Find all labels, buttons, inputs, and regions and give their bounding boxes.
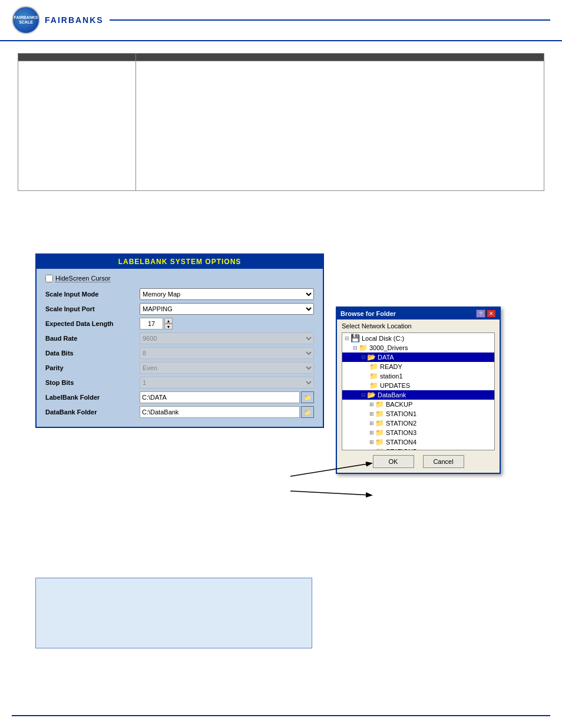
folder-open-icon: 📂	[367, 353, 376, 361]
system-options-dialog: LABELBANK SYSTEM OPTIONS HideScreen Curs…	[35, 253, 324, 428]
expand-icon: ⊟	[353, 345, 358, 351]
parity-label: Parity	[45, 364, 140, 371]
table-col2-body	[136, 61, 544, 190]
expand-icon: ⊞	[369, 411, 374, 417]
stop-bits-label: Stop Bits	[45, 379, 140, 386]
tree-item[interactable]: ⊞ 📁 STATION3	[342, 428, 494, 437]
table-body	[18, 61, 544, 190]
databank-folder-input[interactable]	[140, 406, 300, 418]
expected-data-length-label: Expected Data Length	[45, 320, 140, 327]
brand-name: FAIRBANKS	[45, 15, 104, 25]
folder-icon: 📁	[369, 372, 378, 380]
browse-title: Browse for Folder	[340, 310, 396, 317]
databank-folder-row: DataBank Folder 📁	[45, 406, 314, 418]
hide-cursor-checkbox[interactable]	[45, 275, 53, 282]
folder-open-icon: 📂	[367, 391, 376, 399]
scale-input-port-select[interactable]: MAPPING COM1 COM2	[140, 303, 314, 315]
browse-ok-button[interactable]: OK	[373, 455, 414, 468]
browse-subtitle: Select Network Location	[337, 319, 500, 332]
header: FAIRBANKSSCALE FAIRBANKS	[0, 0, 562, 41]
tree-item[interactable]: ⊟ 📁 3000_Drivers	[342, 343, 494, 353]
tree-item[interactable]: ⊟ 💾 Local Disk (C:)	[342, 333, 494, 343]
expand-icon: ⊟	[345, 335, 349, 341]
scale-input-mode-label: Scale Input Mode	[45, 291, 140, 298]
tree-item[interactable]: ⊞ 📁 STATION1	[342, 409, 494, 419]
browse-for-folder-dialog: Browse for Folder ? ✕ Select Network Loc…	[336, 307, 501, 474]
parity-select[interactable]: Even Odd None	[140, 362, 314, 374]
tree-item-data-selected[interactable]: ⊟ 📂 DATA	[342, 353, 494, 362]
tree-item-label: STATION1	[386, 410, 416, 417]
browse-title-buttons: ? ✕	[476, 309, 496, 318]
tree-item-label: DATA	[378, 354, 394, 361]
browse-cancel-button[interactable]: Cancel	[423, 455, 464, 468]
baud-rate-row: Baud Rate 9600 19200	[45, 332, 314, 344]
logo: FAIRBANKSSCALE	[12, 6, 40, 34]
tree-item-label: STATION2	[386, 420, 416, 427]
browse-title-bar: Browse for Folder ? ✕	[337, 308, 500, 319]
tree-item-databank-selected[interactable]: ⊟ 📂 DataBank	[342, 390, 494, 400]
scale-input-mode-row: Scale Input Mode Memory Map Serial Port …	[45, 288, 314, 300]
content-table	[18, 53, 544, 191]
expected-data-length-row: Expected Data Length ▲ ▼	[45, 318, 314, 330]
hide-cursor-row: HideScreen Cursor	[45, 275, 314, 282]
databank-folder-browse-button[interactable]: 📁	[301, 406, 314, 418]
spinner-buttons: ▲ ▼	[164, 318, 173, 330]
expand-icon: ⊞	[369, 430, 374, 436]
scale-input-port-label: Scale Input Port	[45, 305, 140, 312]
dialog-body: HideScreen Cursor Scale Input Mode Memor…	[37, 269, 323, 427]
folder-icon: 📁	[375, 419, 384, 427]
tree-item[interactable]: ⊞ 📁 STATION4	[342, 437, 494, 447]
folder-icon: 📁	[375, 410, 384, 418]
expand-icon: ⊟	[361, 354, 366, 360]
folder-icon: 📁	[369, 381, 378, 390]
spinner-down[interactable]: ▼	[164, 324, 173, 330]
tree-item-label: STATION3	[386, 429, 416, 436]
expected-data-length-spinner: ▲ ▼	[140, 318, 173, 330]
tree-item[interactable]: ⊞ 📁 BACKUP	[342, 400, 494, 409]
scale-input-port-row: Scale Input Port MAPPING COM1 COM2	[45, 303, 314, 315]
tree-item-label: READY	[380, 363, 402, 370]
labelbank-folder-label: LabelBank Folder	[45, 394, 140, 401]
spinner-up[interactable]: ▲	[164, 318, 173, 324]
stop-bits-select[interactable]: 1 2	[140, 377, 314, 388]
labelbank-folder-browse-button[interactable]: 📁	[301, 391, 314, 403]
tree-item[interactable]: 📁 station1	[342, 371, 494, 381]
hide-cursor-label: HideScreen Cursor	[55, 275, 111, 282]
baud-rate-select[interactable]: 9600 19200	[140, 332, 314, 344]
folder-icon: 📁	[369, 363, 378, 371]
dialog-title: LABELBANK SYSTEM OPTIONS	[37, 255, 323, 269]
expand-icon: ⊟	[361, 392, 366, 398]
scale-input-mode-select[interactable]: Memory Map Serial Port Network	[140, 288, 314, 300]
expected-data-length-input[interactable]	[140, 318, 163, 330]
browse-tree[interactable]: ⊟ 💾 Local Disk (C:) ⊟ 📁 3000_Drivers ⊟ 📂…	[342, 332, 495, 450]
tree-item-label: BACKUP	[386, 401, 412, 408]
tree-item-label: DataBank	[378, 391, 406, 398]
expand-icon: ⊞	[369, 401, 374, 407]
drive-icon: 💾	[351, 334, 360, 342]
table-col1-body	[18, 61, 136, 190]
tree-item[interactable]: 📁 UPDATES	[342, 381, 494, 390]
folder-icon: 📁	[375, 400, 384, 409]
tree-item[interactable]: ⊞ 📁 STATION2	[342, 419, 494, 428]
data-bits-label: Data Bits	[45, 350, 140, 357]
labelbank-folder-input[interactable]	[140, 391, 300, 403]
data-bits-row: Data Bits 8 7	[45, 347, 314, 359]
browse-close-button[interactable]: ✕	[487, 309, 496, 318]
parity-row: Parity Even Odd None	[45, 362, 314, 374]
folder-icon: 📁	[375, 438, 384, 446]
tree-item-label: station1	[380, 373, 403, 380]
browse-buttons: OK Cancel	[337, 450, 500, 473]
browse-help-button[interactable]: ?	[476, 309, 485, 318]
data-bits-select[interactable]: 8 7	[140, 347, 314, 359]
expand-icon: ⊞	[369, 420, 374, 426]
tree-item-label: Local Disk (C:)	[362, 335, 404, 342]
expand-icon: ⊞	[369, 439, 374, 445]
table-col1-header	[18, 54, 136, 61]
tree-item[interactable]: 📁 READY	[342, 362, 494, 371]
table-col2-header	[136, 54, 544, 61]
table-header	[18, 54, 544, 61]
stop-bits-row: Stop Bits 1 2	[45, 377, 314, 388]
logo-text: FAIRBANKSSCALE	[14, 15, 38, 24]
tree-item-label: 3000_Drivers	[369, 344, 408, 351]
folder-icon: 📁	[375, 429, 384, 437]
